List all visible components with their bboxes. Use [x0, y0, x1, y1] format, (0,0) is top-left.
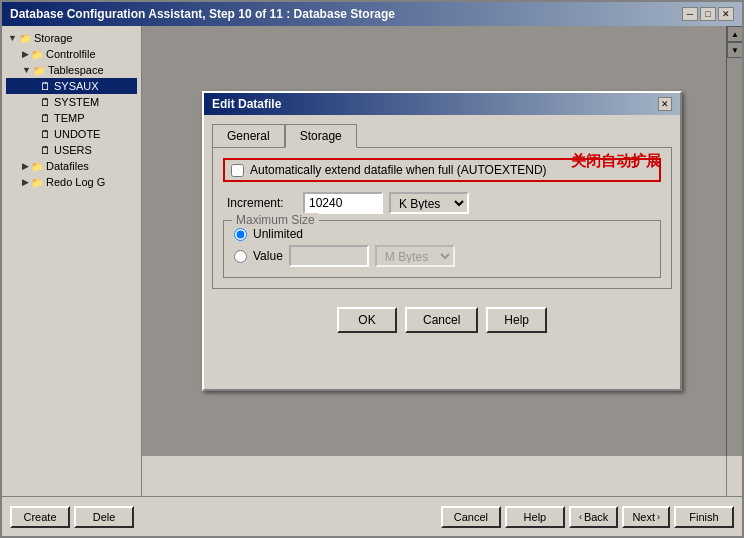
- tree-item-redolog[interactable]: ▶ 📁 Redo Log G: [6, 174, 137, 190]
- item-icon: 🗒: [38, 127, 52, 141]
- tree-label-temp: TEMP: [54, 112, 85, 124]
- tree-label-datafiles: Datafiles: [46, 160, 89, 172]
- maxsize-group: Maximum Size Unlimited Value: [223, 220, 661, 278]
- folder-icon: 📁: [30, 175, 44, 189]
- value-radio[interactable]: [234, 250, 247, 263]
- item-icon: 🗒: [38, 79, 52, 93]
- tree-item-users[interactable]: 🗒 USERS: [6, 142, 137, 158]
- item-icon: 🗒: [38, 95, 52, 109]
- tree-item-system[interactable]: 🗒 SYSTEM: [6, 94, 137, 110]
- right-panel: ▲ ▼ Edit Datafile ✕ General: [142, 26, 742, 496]
- autoextend-label: Automatically extend datafile when full …: [250, 163, 547, 177]
- tree-item-sysaux[interactable]: 🗒 SYSAUX: [6, 78, 137, 94]
- title-bar: Database Configuration Assistant, Step 1…: [2, 2, 742, 26]
- back-chevron-icon: ‹: [579, 512, 582, 522]
- tree-item-temp[interactable]: 🗒 TEMP: [6, 110, 137, 126]
- expand-icon: ▼: [22, 65, 31, 75]
- bottom-left-buttons: Create Dele: [10, 506, 134, 528]
- next-button[interactable]: Next ›: [622, 506, 670, 528]
- window-close-button[interactable]: ✕: [718, 7, 734, 21]
- tree-label-controlfile: Controlfile: [46, 48, 96, 60]
- tab-bar: General Storage: [212, 123, 672, 147]
- expand-icon: ▶: [22, 161, 29, 171]
- tree-label-storage: Storage: [34, 32, 73, 44]
- tree-label-users: USERS: [54, 144, 92, 156]
- annotation-text: 关闭自动扩展: [571, 152, 661, 171]
- autoextend-checkbox[interactable]: [231, 164, 244, 177]
- unlimited-row: Unlimited: [234, 227, 650, 241]
- folder-icon: 📁: [18, 31, 32, 45]
- tree-item-tablespace[interactable]: ▼ 📁 Tablespace: [6, 62, 137, 78]
- item-icon: 🗒: [38, 111, 52, 125]
- tab-general[interactable]: General: [212, 124, 285, 148]
- expand-icon: ▶: [22, 177, 29, 187]
- tab-content-storage: Automatically extend datafile when full …: [212, 147, 672, 289]
- title-bar-buttons: ─ □ ✕: [682, 7, 734, 21]
- increment-row: Increment: K Bytes M Bytes: [223, 192, 661, 214]
- item-icon: 🗒: [38, 143, 52, 157]
- tree-item-undote[interactable]: 🗒 UNDOTE: [6, 126, 137, 142]
- folder-icon: 📁: [32, 63, 46, 77]
- back-label: Back: [584, 511, 608, 523]
- help-button[interactable]: Help: [486, 307, 547, 333]
- increment-unit-select[interactable]: K Bytes M Bytes: [389, 192, 469, 214]
- bottom-bar: Create Dele Cancel Help ‹ Back Next › Fi…: [2, 496, 742, 536]
- dialog-footer: OK Cancel Help: [204, 297, 680, 341]
- dialog-title: Edit Datafile: [212, 97, 281, 111]
- value-row: Value M Bytes K Bytes: [234, 245, 650, 267]
- delete-button[interactable]: Dele: [74, 506, 134, 528]
- tree-item-controlfile[interactable]: ▶ 📁 Controlfile: [6, 46, 137, 62]
- unlimited-label: Unlimited: [253, 227, 303, 241]
- main-cancel-button[interactable]: Cancel: [441, 506, 501, 528]
- maximize-button[interactable]: □: [700, 7, 716, 21]
- create-button[interactable]: Create: [10, 506, 70, 528]
- tree-label-sysaux: SYSAUX: [54, 80, 99, 92]
- value-label: Value: [253, 249, 283, 263]
- finish-button[interactable]: Finish: [674, 506, 734, 528]
- dialog-close-button[interactable]: ✕: [658, 97, 672, 111]
- modal-overlay: Edit Datafile ✕ General Storage: [142, 26, 742, 456]
- cancel-button[interactable]: Cancel: [405, 307, 478, 333]
- expand-icon: ▼: [8, 33, 17, 43]
- next-label: Next: [632, 511, 655, 523]
- window-title: Database Configuration Assistant, Step 1…: [10, 7, 395, 21]
- next-chevron-icon: ›: [657, 512, 660, 522]
- tree-label-system: SYSTEM: [54, 96, 99, 108]
- folder-icon: 📁: [30, 47, 44, 61]
- main-content: ▼ 📁 Storage ▶ 📁 Controlfile ▼ 📁 Tablespa…: [2, 26, 742, 496]
- tree-label-redolog: Redo Log G: [46, 176, 105, 188]
- minimize-button[interactable]: ─: [682, 7, 698, 21]
- increment-input[interactable]: [303, 192, 383, 214]
- main-help-button[interactable]: Help: [505, 506, 565, 528]
- folder-icon: 📁: [30, 159, 44, 173]
- tree-item-datafiles[interactable]: ▶ 📁 Datafiles: [6, 158, 137, 174]
- dialog-title-bar: Edit Datafile ✕: [204, 93, 680, 115]
- expand-icon: ▶: [22, 49, 29, 59]
- dialog-content: General Storage Automatically extend dat…: [204, 115, 680, 297]
- tree-panel: ▼ 📁 Storage ▶ 📁 Controlfile ▼ 📁 Tablespa…: [2, 26, 142, 496]
- tree-item-storage[interactable]: ▼ 📁 Storage: [6, 30, 137, 46]
- ok-button[interactable]: OK: [337, 307, 397, 333]
- edit-datafile-dialog: Edit Datafile ✕ General Storage: [202, 91, 682, 391]
- value-unit-select[interactable]: M Bytes K Bytes: [375, 245, 455, 267]
- unlimited-radio[interactable]: [234, 228, 247, 241]
- tab-storage[interactable]: Storage: [285, 124, 357, 148]
- back-button[interactable]: ‹ Back: [569, 506, 618, 528]
- value-input[interactable]: [289, 245, 369, 267]
- bottom-right-buttons: Cancel Help ‹ Back Next › Finish: [441, 506, 734, 528]
- tree-label-tablespace: Tablespace: [48, 64, 104, 76]
- tree-label-undote: UNDOTE: [54, 128, 100, 140]
- main-window: Database Configuration Assistant, Step 1…: [0, 0, 744, 538]
- maxsize-group-label: Maximum Size: [232, 213, 319, 227]
- increment-label: Increment:: [227, 196, 297, 210]
